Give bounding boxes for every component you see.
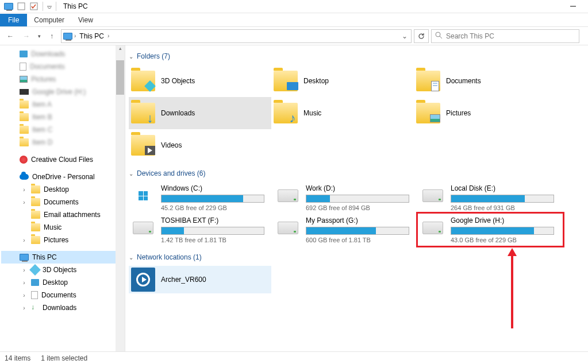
drive-free-text: 264 GB free of 931 GB — [451, 204, 559, 211]
sidebar-item-blurred[interactable]: Item A — [1, 98, 125, 111]
drive-item[interactable]: My Passport (G:)600 GB free of 1.81 TB — [274, 214, 416, 246]
tab-file[interactable]: File — [0, 14, 27, 26]
minimize-button[interactable] — [560, 0, 586, 13]
back-button[interactable]: ← — [3, 29, 17, 43]
sidebar-item-email[interactable]: Email attachments — [1, 208, 125, 221]
folder-item[interactable]: Documents — [414, 65, 556, 97]
sidebar-item-blurred[interactable]: Item D — [1, 136, 125, 149]
sidebar-item-blurred[interactable]: Item B — [1, 111, 125, 123]
folder-item[interactable]: Desktop — [271, 65, 414, 97]
refresh-button[interactable] — [414, 29, 429, 43]
drive-capacity-bar — [306, 195, 409, 203]
drive-capacity-bar — [451, 227, 554, 235]
folder-icon — [131, 71, 155, 91]
folder-item[interactable]: ↓Downloads — [129, 97, 271, 129]
folder-icon — [416, 71, 440, 91]
properties-icon[interactable] — [15, 0, 28, 13]
drive-capacity-bar — [161, 227, 264, 235]
folder-label: Desktop — [303, 77, 329, 85]
folder-icon: ↓ — [131, 103, 155, 123]
drive-item[interactable]: Work (D:)692 GB free of 894 GB — [274, 182, 416, 214]
up-button[interactable]: ↑ — [45, 29, 59, 43]
folder-item[interactable]: Pictures — [414, 97, 556, 129]
drive-icon — [131, 219, 155, 237]
chevron-down-icon[interactable]: ⌄ — [129, 171, 133, 177]
drive-free-text: 45.2 GB free of 229 GB — [161, 204, 269, 211]
folder-grid: 3D ObjectsDesktopDocuments↓Downloads♪Mus… — [129, 65, 583, 161]
status-bar: 14 items 1 item selected — [0, 351, 588, 364]
navigation-pane: Downloads Documents Pictures Google Driv… — [0, 45, 125, 351]
sidebar-item-desktop-pc[interactable]: ›Desktop — [1, 276, 125, 289]
sidebar-scrollbar[interactable]: ▴ — [116, 45, 125, 351]
folder-item[interactable]: 3D Objects — [129, 65, 271, 97]
content-pane: ⌄ Folders (7) 3D ObjectsDesktopDocuments… — [125, 45, 588, 351]
pc-icon[interactable] — [2, 0, 15, 13]
sidebar-item-this-pc[interactable]: This PC — [1, 251, 125, 264]
section-label: Folders (7) — [137, 52, 170, 60]
drive-item[interactable]: Local Disk (E:)264 GB free of 931 GB — [418, 182, 561, 214]
folder-label: Music — [303, 109, 321, 117]
sidebar-item-music[interactable]: Music — [1, 221, 125, 234]
sidebar-item-label: OneDrive - Personal — [32, 173, 95, 181]
drive-free-text: 600 GB free of 1.81 TB — [306, 237, 414, 243]
drive-name: Work (D:) — [306, 184, 414, 192]
sidebar-item-downloads-pc[interactable]: ›Downloads — [1, 301, 125, 314]
svg-point-3 — [436, 32, 440, 37]
scrollbar-thumb[interactable] — [116, 60, 124, 95]
drive-capacity-bar — [306, 227, 409, 235]
drive-name: Google Drive (H:) — [451, 216, 559, 224]
breadcrumb[interactable]: This PC — [76, 32, 107, 40]
folder-label: 3D Objects — [161, 77, 195, 85]
drive-free-text: 692 GB free of 894 GB — [306, 204, 414, 211]
chevron-down-icon[interactable]: ⌄ — [129, 254, 133, 261]
drive-item[interactable]: Google Drive (H:)43.0 GB free of 229 GB — [418, 214, 561, 246]
drive-capacity-bar — [451, 195, 554, 203]
folder-label: Documents — [446, 77, 481, 85]
sidebar-item-blurred[interactable]: Documents — [1, 60, 125, 73]
sidebar-item-blurred[interactable]: Item C — [1, 123, 125, 136]
sidebar-item-blurred[interactable]: Downloads — [1, 48, 125, 60]
sidebar-item-documents-pc[interactable]: ›Documents — [1, 289, 125, 301]
title-bar: This PC — [0, 0, 588, 13]
sidebar-item-desktop[interactable]: ›Desktop — [1, 183, 125, 196]
checkbox-icon[interactable] — [28, 0, 40, 13]
sidebar-item-pictures[interactable]: ›Pictures — [1, 234, 125, 246]
address-bar[interactable]: › This PC › ⌄ — [61, 29, 412, 43]
address-dropdown-icon[interactable]: ⌄ — [398, 32, 411, 40]
sidebar-item-documents[interactable]: ›Documents — [1, 196, 125, 208]
svg-rect-0 — [18, 3, 25, 10]
chevron-down-icon[interactable]: ⌄ — [129, 53, 133, 60]
folder-label: Pictures — [446, 109, 471, 117]
drive-item[interactable]: TOSHIBA EXT (F:)1.42 TB free of 1.81 TB — [129, 214, 271, 246]
network-grid: Archer_VR600 — [129, 266, 583, 293]
main-area: Downloads Documents Pictures Google Driv… — [0, 45, 588, 351]
drive-icon — [421, 219, 445, 237]
recent-dropdown-icon[interactable]: ▾ — [36, 29, 43, 43]
sidebar-item-3d-objects[interactable]: ›3D Objects — [1, 264, 125, 276]
network-location-item[interactable]: Archer_VR600 — [129, 266, 271, 293]
section-label: Devices and drives (6) — [137, 169, 205, 177]
tab-view[interactable]: View — [71, 14, 100, 26]
sidebar-item-onedrive[interactable]: OneDrive - Personal — [1, 171, 125, 183]
drive-item[interactable]: Windows (C:)45.2 GB free of 229 GB — [129, 182, 271, 214]
title-separator — [56, 2, 56, 11]
sidebar-item-blurred[interactable]: Pictures — [1, 73, 125, 86]
forward-button[interactable]: → — [20, 29, 33, 43]
search-input[interactable]: Search This PC — [431, 29, 579, 43]
drive-icon — [131, 187, 155, 205]
folder-item[interactable]: Videos — [129, 129, 271, 161]
tab-computer[interactable]: Computer — [27, 14, 71, 26]
chevron-right-icon[interactable]: › — [107, 33, 109, 39]
sidebar-item-label: Desktop — [44, 185, 69, 193]
folder-item[interactable]: ♪Music — [271, 97, 414, 129]
ribbon-tabs: File Computer View — [0, 13, 588, 27]
section-folders-header[interactable]: ⌄ Folders (7) — [129, 52, 583, 60]
qat-dropdown-icon[interactable] — [45, 0, 53, 13]
sidebar-item-creative-cloud[interactable]: Creative Cloud Files — [1, 153, 125, 166]
drive-name: My Passport (G:) — [306, 216, 414, 224]
sidebar-item-label: 3D Objects — [43, 266, 76, 274]
status-selected-count: 1 item selected — [41, 354, 87, 362]
drive-icon — [276, 219, 300, 237]
sidebar-item-blurred[interactable]: Google Drive (H:) — [1, 86, 125, 98]
section-drives-header[interactable]: ⌄ Devices and drives (6) — [129, 169, 583, 177]
